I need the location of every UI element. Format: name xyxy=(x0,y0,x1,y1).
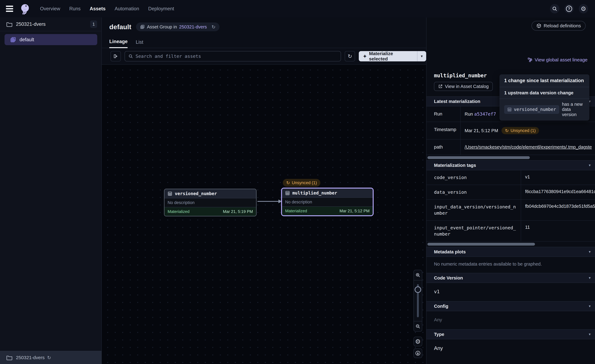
tooltip-suffix: has a new data version xyxy=(562,102,585,117)
settings-gear-icon[interactable]: ⚙ xyxy=(579,4,588,14)
search-icon[interactable] xyxy=(550,4,559,14)
tooltip-body: versioned_number has a new data version xyxy=(499,99,589,121)
topnav-actions: ? ⚙ xyxy=(550,4,588,14)
asset-group-icon xyxy=(140,25,145,29)
row-value: fb04dcb6970e4c3d1873de51fd5a5 xyxy=(521,200,595,220)
row-key: path xyxy=(426,140,460,155)
sync-icon: ↻ xyxy=(505,128,509,133)
node-status-row: Materialized Mar 21, 5:19 PM xyxy=(164,207,256,216)
sidebar-footer-label: 250321-dvers xyxy=(16,355,45,360)
sidebar-group-row[interactable]: 250321-dvers 1 xyxy=(0,17,101,31)
table-row: path /Users/smackesey/stm/code/elementl/… xyxy=(426,140,595,155)
zoom-slider xyxy=(414,280,422,321)
menu-icon[interactable] xyxy=(6,6,13,12)
zoom-slider-thumb[interactable] xyxy=(415,286,421,293)
asset-groups-sidebar: 250321-dvers 1 default 250321-dvers ↻ xyxy=(0,17,102,364)
section-title: Code Version xyxy=(434,275,463,280)
materialize-dropdown-button[interactable]: ▼ xyxy=(417,51,426,61)
row-value: Mar 21, 5:12 PM ↻ Unsynced (1) xyxy=(460,122,595,139)
nav-deployment[interactable]: Deployment xyxy=(148,6,174,12)
reload-definitions-button[interactable]: Reload definitions xyxy=(531,21,586,31)
sidebar-footer: 250321-dvers ↻ xyxy=(0,351,101,364)
sidebar-group-count-badge: 1 xyxy=(90,21,97,28)
asset-pill-label: versioned_number xyxy=(514,107,556,112)
materialize-button[interactable]: ✦ Materialize selected xyxy=(359,51,417,62)
nav-assets[interactable]: Assets xyxy=(90,6,106,12)
horizontal-scrollbar xyxy=(426,242,595,247)
badge-group-link[interactable]: 250321-dvers xyxy=(179,24,207,29)
folder-icon xyxy=(6,355,13,360)
unsynced-badge: ↻ Unsynced (1) xyxy=(283,179,320,187)
refresh-graph-icon[interactable]: ↻ xyxy=(345,51,355,61)
node-status: Materialized xyxy=(285,209,307,213)
section-title: Type xyxy=(434,332,444,337)
asset-group-badge: Asset Group in 250321-dvers ↻ xyxy=(136,22,220,31)
config-value: Any xyxy=(426,311,595,329)
asset-node-multiplied-number[interactable]: multiplied_number No description Materia… xyxy=(281,188,374,216)
row-key: Run xyxy=(426,106,460,122)
search-input[interactable] xyxy=(135,54,337,59)
section-materialization-tags[interactable]: Materialization tags ▼ xyxy=(426,160,595,170)
section-metadata-plots[interactable]: Metadata plots ▼ xyxy=(426,247,595,257)
row-value: v1 xyxy=(521,170,595,185)
page-title: default xyxy=(109,23,131,31)
nav-runs[interactable]: Runs xyxy=(69,6,80,12)
zoom-in-icon[interactable] xyxy=(414,270,422,280)
chevron-down-icon: ▼ xyxy=(588,333,591,336)
gear-glyph: ⚙ xyxy=(581,6,586,12)
dagster-logo-icon[interactable] xyxy=(19,3,31,15)
row-value: 11 xyxy=(521,221,595,241)
chevron-down-icon: ▼ xyxy=(588,250,591,254)
collapse-panel-icon[interactable] xyxy=(111,51,121,61)
download-icon[interactable] xyxy=(413,348,422,358)
run-id-link[interactable]: a5347ef7 xyxy=(474,111,496,117)
chevron-down-icon: ▼ xyxy=(588,164,591,167)
scrollbar-thumb[interactable] xyxy=(427,243,535,245)
nav-automation[interactable]: Automation xyxy=(115,6,139,12)
table-row: data_version f6ccba1776380941e9cd1ea6648… xyxy=(426,185,595,200)
section-code-version[interactable]: Code Version ▼ xyxy=(426,273,595,283)
section-type[interactable]: Type ▼ xyxy=(426,329,595,339)
section-config[interactable]: Config ▼ xyxy=(426,301,595,311)
graph-settings-gear-icon[interactable]: ⚙ xyxy=(413,337,422,346)
materialize-split-button: ✦ Materialize selected ▼ xyxy=(359,51,426,61)
asset-pill[interactable]: versioned_number xyxy=(504,105,559,114)
node-name: versioned_number xyxy=(175,191,217,196)
chevron-down-icon: ▼ xyxy=(588,304,591,308)
tooltip-subtitle: 1 upstream data version change xyxy=(499,87,589,99)
tab-list[interactable]: List xyxy=(136,39,143,48)
asset-node-versioned-number[interactable]: versioned_number No description Material… xyxy=(164,189,256,216)
table-icon xyxy=(507,107,512,112)
view-in-asset-catalog-button[interactable]: View in Asset Catalog xyxy=(434,82,493,91)
view-in-asset-catalog-label: View in Asset Catalog xyxy=(445,84,489,89)
path-link[interactable]: /Users/smackesey/stm/code/elementl/exper… xyxy=(465,145,592,149)
view-global-asset-lineage-link[interactable]: View global asset lineage xyxy=(527,57,588,63)
materialize-label: Materialize selected xyxy=(369,51,413,62)
code-version-value: v1 xyxy=(426,283,595,301)
section-title: Config xyxy=(434,304,448,309)
badge-prefix: Asset Group in xyxy=(147,24,177,29)
refresh-icon[interactable]: ↻ xyxy=(47,355,51,360)
scrollbar-thumb[interactable] xyxy=(427,156,530,159)
nav-overview[interactable]: Overview xyxy=(40,6,60,12)
sidebar-item-default[interactable]: default xyxy=(5,34,97,45)
row-key: Timestamp xyxy=(426,122,460,139)
table-icon xyxy=(168,191,172,196)
external-link-icon xyxy=(438,84,443,89)
tab-lineage[interactable]: Lineage xyxy=(109,39,128,48)
sidebar-item-label: default xyxy=(20,37,34,42)
refresh-icon[interactable]: ↻ xyxy=(212,24,215,30)
dagster-app: Overview Runs Assets Automation Deployme… xyxy=(0,0,595,364)
table-row: Timestamp Mar 21, 5:12 PM ↻ Unsynced (1) xyxy=(426,122,595,140)
metadata-plots-empty-text: No numeric metadata entries available to… xyxy=(426,257,595,273)
page-header: default Asset Group in 250321-dvers ↻ xyxy=(102,17,426,36)
node-status: Materialized xyxy=(168,209,190,214)
zoom-out-icon[interactable] xyxy=(414,321,422,331)
zoom-controls xyxy=(413,270,422,332)
help-icon[interactable]: ? xyxy=(564,4,574,14)
tooltip-title: 1 change since last materialization xyxy=(499,74,589,87)
horizontal-scrollbar xyxy=(426,155,595,160)
refresh-glyph: ↻ xyxy=(348,53,352,59)
table-row: input_event_pointer/versioned_number 11 xyxy=(426,221,595,242)
timestamp-value: Mar 21, 5:12 PM xyxy=(465,128,498,133)
